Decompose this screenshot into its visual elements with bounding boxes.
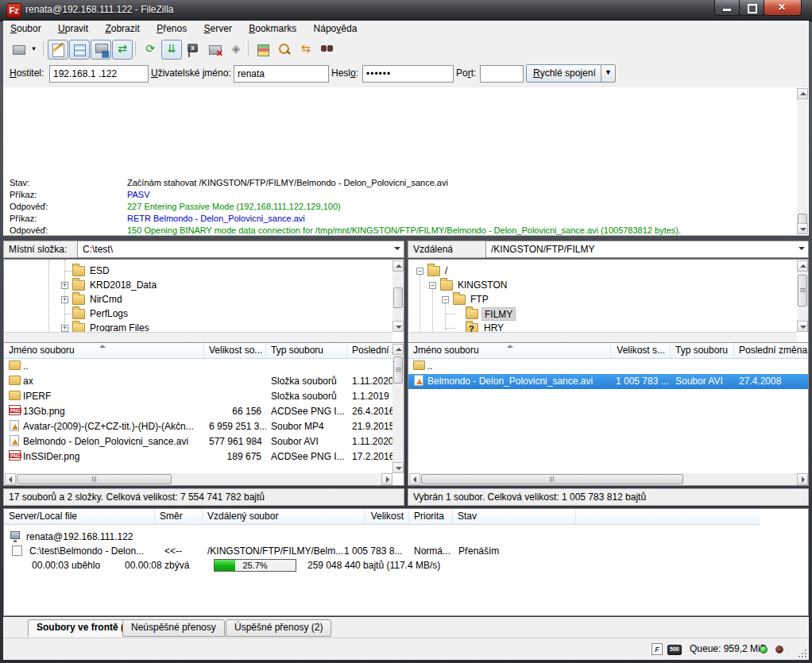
file-row[interactable]: ax Složka souborů1.11.2020 1: [4, 374, 392, 389]
minimize-button[interactable]: [714, 0, 740, 16]
remote-tree-scrollbar[interactable]: [797, 260, 808, 332]
scroll-down-button[interactable]: [392, 462, 404, 473]
queue-header-server-local[interactable]: Server/Local file: [4, 509, 155, 525]
menu-napoveda[interactable]: Nápověda: [307, 21, 365, 37]
resize-grip[interactable]: [797, 648, 806, 657]
tree-item-filmy[interactable]: FILMY: [408, 307, 782, 321]
scroll-left-button[interactable]: [409, 473, 420, 485]
file-row[interactable]: IPERF Složka souborů1.1.2019 15: [4, 389, 392, 404]
menu-server[interactable]: Server: [197, 21, 239, 37]
tree-item-root[interactable]: −/: [408, 264, 782, 278]
menu-bookmarks[interactable]: Bookmarks: [242, 21, 304, 37]
scroll-thumb[interactable]: [17, 474, 172, 484]
queue-transfer-row[interactable]: C:\test\Belmondo - Delon... <<-- /KINGST…: [4, 544, 808, 558]
filter-button[interactable]: [253, 40, 273, 60]
collapse-minus-icon[interactable]: −: [442, 296, 449, 303]
refresh-button[interactable]: ⟳: [140, 40, 160, 60]
queue-header-size[interactable]: Velikost: [365, 509, 409, 525]
column-header-type[interactable]: Typ souboru: [671, 343, 734, 359]
queue-header-status[interactable]: Stav: [453, 509, 576, 525]
column-header-type[interactable]: Typ souboru: [266, 343, 347, 359]
scroll-thumb[interactable]: [421, 474, 683, 484]
scroll-up-button[interactable]: [392, 260, 404, 272]
host-input[interactable]: [49, 65, 149, 83]
scroll-thumb[interactable]: [393, 287, 403, 308]
site-manager-button[interactable]: [8, 40, 29, 60]
queue-header-remote[interactable]: Vzdálený soubor: [203, 509, 365, 525]
transfer-checkbox[interactable]: [12, 545, 22, 556]
scroll-down-button[interactable]: [392, 321, 404, 332]
expand-plus-icon[interactable]: +: [61, 325, 68, 332]
scroll-left-button[interactable]: [5, 473, 16, 485]
tree-item-krd2018-data[interactable]: +KRD2018_Data: [4, 279, 377, 292]
find-button[interactable]: [317, 40, 338, 60]
queue-header-direction[interactable]: Směr: [155, 509, 203, 525]
cancel-operation-button[interactable]: x: [183, 40, 203, 60]
toggle-queue-button[interactable]: ⇄: [112, 40, 133, 60]
disconnect-button[interactable]: ✕: [204, 40, 225, 60]
password-input[interactable]: [362, 65, 454, 83]
file-row[interactable]: 13Gb.png 66 156ACDSee PNG I...26.4.2016 …: [4, 404, 392, 419]
restore-button[interactable]: [739, 0, 764, 16]
tree-item-esd[interactable]: ESD: [4, 264, 377, 278]
title-bar[interactable]: Fz renata@192.168.111.122 - FileZilla ✕: [0, 0, 812, 21]
expand-plus-icon[interactable]: +: [61, 282, 68, 289]
port-input[interactable]: [480, 65, 524, 83]
local-folder-combobox[interactable]: C:\test\: [77, 241, 404, 258]
local-tree-hscrollbar[interactable]: [5, 332, 392, 343]
remote-list-hscrollbar[interactable]: [409, 473, 808, 485]
filezilla-status-icon[interactable]: F: [652, 643, 663, 655]
local-list-hscrollbar[interactable]: [5, 473, 392, 485]
column-header-modified[interactable]: Poslední změna: [734, 343, 808, 359]
remote-tree-hscrollbar[interactable]: [409, 332, 797, 343]
scroll-up-button[interactable]: [797, 88, 808, 99]
speedlimit-badge[interactable]: 500: [667, 645, 682, 655]
file-row[interactable]: ..: [408, 359, 808, 374]
local-list-vscrollbar[interactable]: [392, 344, 404, 473]
collapse-minus-icon[interactable]: −: [429, 282, 436, 289]
tree-item-perflogs[interactable]: PerfLogs: [4, 307, 377, 321]
toggle-local-tree-button[interactable]: [69, 40, 90, 60]
quickconnect-button[interactable]: Rychlé spojení: [526, 64, 603, 83]
file-row[interactable]: InSSIDer.png 189 675ACDSee PNG I...17.2.…: [4, 449, 392, 464]
tab-successful-transfers[interactable]: Úspěšné přenosy (2): [226, 619, 331, 637]
remote-folder-combobox[interactable]: /KINGSTON/FTP/FILMY: [485, 241, 809, 258]
tab-failed-transfers[interactable]: Neúspěšné přenosy: [122, 619, 225, 637]
queue-server-row[interactable]: renata@192.168.111.122: [4, 530, 808, 544]
file-row-selected[interactable]: Belmondo - Delon_Polovicni_sance.avi 1 0…: [408, 374, 808, 389]
scroll-down-button[interactable]: [797, 321, 808, 332]
scroll-down-button[interactable]: [797, 223, 808, 234]
scroll-up-button[interactable]: [392, 344, 404, 355]
collapse-minus-icon[interactable]: −: [416, 268, 423, 275]
column-header-name[interactable]: Jméno souboru: [4, 343, 204, 359]
local-tree-scrollbar[interactable]: [392, 260, 404, 332]
tree-item-kingston[interactable]: −KINGSTON: [408, 279, 782, 292]
synchronized-browsing-button[interactable]: ⇆: [296, 40, 316, 60]
scroll-right-button[interactable]: [381, 473, 392, 485]
file-row[interactable]: ..: [4, 359, 392, 374]
directory-comparison-button[interactable]: [274, 40, 295, 60]
tree-item-nircmd[interactable]: +NirCmd: [4, 293, 377, 306]
expand-plus-icon[interactable]: +: [61, 296, 68, 303]
column-header-size[interactable]: Velikost so...: [204, 343, 266, 359]
menu-soubor[interactable]: Soubor: [3, 21, 48, 37]
menu-prenos[interactable]: Přenos: [149, 21, 194, 37]
log-scrollbar[interactable]: [797, 88, 808, 234]
reconnect-button[interactable]: ◈: [226, 40, 246, 60]
scroll-thumb[interactable]: [798, 275, 807, 306]
file-row[interactable]: Avatar-(2009)-(CZ+CZ-tit.)-(HD)-(Akčn...…: [4, 419, 392, 434]
close-button[interactable]: ✕: [764, 0, 802, 16]
file-row[interactable]: Belmondo - Delon_Polovicni_sance.avi 577…: [4, 434, 392, 449]
scroll-thumb[interactable]: [393, 357, 403, 384]
menu-upravit[interactable]: Upravit: [51, 21, 95, 37]
quickconnect-dropdown[interactable]: ▼: [601, 64, 616, 83]
column-header-name[interactable]: Jméno souboru: [408, 343, 611, 359]
column-header-modified[interactable]: Poslední z: [347, 343, 392, 359]
queue-header-priority[interactable]: Priorita: [409, 509, 453, 525]
scroll-up-button[interactable]: [797, 260, 808, 272]
username-input[interactable]: [234, 65, 329, 83]
toggle-remote-tree-button[interactable]: ▦: [91, 40, 111, 60]
column-header-size[interactable]: Velikost s...: [611, 343, 671, 359]
menu-zobrazit[interactable]: Zobrazit: [98, 21, 146, 37]
toggle-log-button[interactable]: [48, 40, 68, 60]
